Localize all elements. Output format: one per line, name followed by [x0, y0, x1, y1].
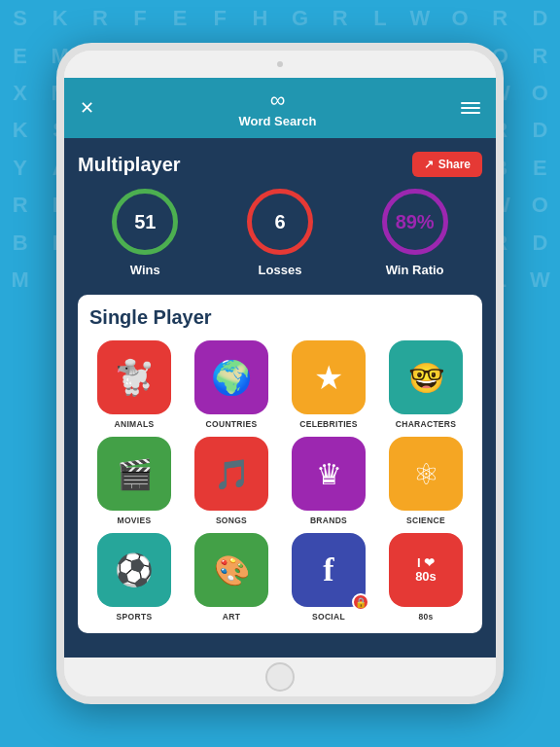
menu-line-3 [461, 112, 480, 114]
brands-label: BRANDS [310, 516, 347, 525]
movies-label: MOVIES [118, 516, 152, 525]
songs-label: SONGS [216, 516, 247, 525]
single-player-section: Single Player 🐩 ANIMALS 🌍 COUNTRIES [78, 295, 482, 633]
animals-label: ANIMALS [115, 419, 155, 429]
social-label: SOCIAL [312, 612, 345, 622]
tablet-top-bar [64, 51, 496, 78]
infinity-icon: ∞ [270, 88, 286, 113]
ratio-circle: 89% [382, 189, 448, 255]
countries-icon: 🌍 [211, 358, 252, 397]
80s-icon-box: I ❤80s [389, 533, 463, 607]
countries-icon-box: 🌍 [194, 340, 268, 414]
ratio-stat: 89% Win Ratio [382, 189, 448, 277]
movies-icon: 🎬 [117, 457, 153, 491]
characters-icon-box: 🤓 [389, 340, 463, 414]
category-characters[interactable]: 🤓 CHARACTERS [381, 340, 471, 429]
science-label: SCIENCE [406, 516, 445, 525]
screen: ✕ ∞ Word Search Multiplayer ↗ Share [64, 78, 496, 658]
category-sports[interactable]: ⚽ SPORTS [89, 533, 179, 622]
80s-label: 80s [418, 612, 433, 622]
front-camera [277, 61, 283, 67]
songs-icon: 🎵 [214, 457, 250, 491]
category-science[interactable]: ⚛ SCIENCE [381, 437, 471, 525]
category-celebrities[interactable]: ★ CELEBRITIES [284, 340, 373, 429]
category-80s[interactable]: I ❤80s 80s [381, 533, 471, 622]
category-movies[interactable]: 🎬 MOVIES [89, 437, 179, 525]
categories-grid: 🐩 ANIMALS 🌍 COUNTRIES ★ C [89, 340, 471, 622]
wins-circle: 51 [112, 189, 178, 255]
sports-icon: ⚽ [115, 551, 154, 588]
lock-badge: 🔒 [352, 593, 369, 611]
header-center: ∞ Word Search [239, 88, 317, 128]
main-content: Multiplayer ↗ Share 51 Wins 6 Lo [64, 138, 496, 658]
wins-label: Wins [130, 263, 160, 277]
art-icon: 🎨 [214, 553, 250, 587]
tablet-bottom-bar [64, 658, 496, 696]
wins-value: 51 [134, 211, 156, 233]
losses-stat: 6 Losses [247, 189, 313, 277]
losses-label: Losses [259, 263, 302, 277]
category-animals[interactable]: 🐩 ANIMALS [89, 340, 179, 429]
category-songs[interactable]: 🎵 SONGS [187, 437, 276, 525]
art-icon-box: 🎨 [194, 533, 268, 607]
menu-button[interactable] [461, 102, 480, 114]
category-social[interactable]: f 🔒 SOCIAL [284, 533, 373, 622]
menu-line-1 [461, 102, 480, 104]
share-button[interactable]: ↗ Share [412, 152, 482, 177]
movies-icon-box: 🎬 [97, 437, 171, 511]
social-icon: f [323, 551, 333, 588]
celebrities-icon-box: ★ [292, 340, 366, 414]
songs-icon-box: 🎵 [194, 437, 268, 511]
ratio-label: Win Ratio [386, 263, 444, 277]
art-label: ART [223, 612, 240, 622]
80s-icon: I ❤80s [415, 556, 437, 585]
category-brands[interactable]: ♛ BRANDS [284, 437, 373, 525]
home-button[interactable] [265, 662, 295, 692]
app-header: ✕ ∞ Word Search [64, 78, 496, 138]
brands-icon: ♛ [316, 457, 342, 491]
sports-label: SPORTS [117, 612, 153, 622]
animals-icon-box: 🐩 [97, 340, 171, 414]
sports-icon-box: ⚽ [97, 533, 171, 607]
social-icon-box: f 🔒 [292, 533, 366, 607]
multiplayer-title: Multiplayer [78, 154, 181, 176]
animals-icon: 🐩 [114, 358, 155, 397]
characters-icon: 🤓 [408, 361, 444, 395]
losses-circle: 6 [247, 189, 313, 255]
science-icon-box: ⚛ [389, 437, 463, 511]
multiplayer-header: Multiplayer ↗ Share [78, 152, 482, 177]
brands-icon-box: ♛ [292, 437, 366, 511]
close-button[interactable]: ✕ [80, 97, 94, 119]
category-art[interactable]: 🎨 ART [187, 533, 276, 622]
share-icon: ↗ [424, 158, 434, 171]
app-title: Word Search [239, 114, 317, 128]
tablet-device: ✕ ∞ Word Search Multiplayer ↗ Share [56, 43, 504, 704]
wins-stat: 51 Wins [112, 189, 178, 277]
category-countries[interactable]: 🌍 COUNTRIES [187, 340, 276, 429]
menu-line-2 [461, 107, 480, 109]
science-icon: ⚛ [413, 457, 439, 491]
share-label: Share [438, 158, 471, 171]
celebrities-label: CELEBRITIES [299, 419, 358, 429]
losses-value: 6 [274, 211, 285, 233]
stats-row: 51 Wins 6 Losses 89% Win Ratio [78, 189, 482, 277]
characters-label: CHARACTERS [396, 419, 457, 429]
single-player-title: Single Player [89, 306, 471, 329]
countries-label: COUNTRIES [206, 419, 258, 429]
ratio-value: 89% [396, 211, 435, 233]
celebrities-icon: ★ [314, 358, 343, 397]
